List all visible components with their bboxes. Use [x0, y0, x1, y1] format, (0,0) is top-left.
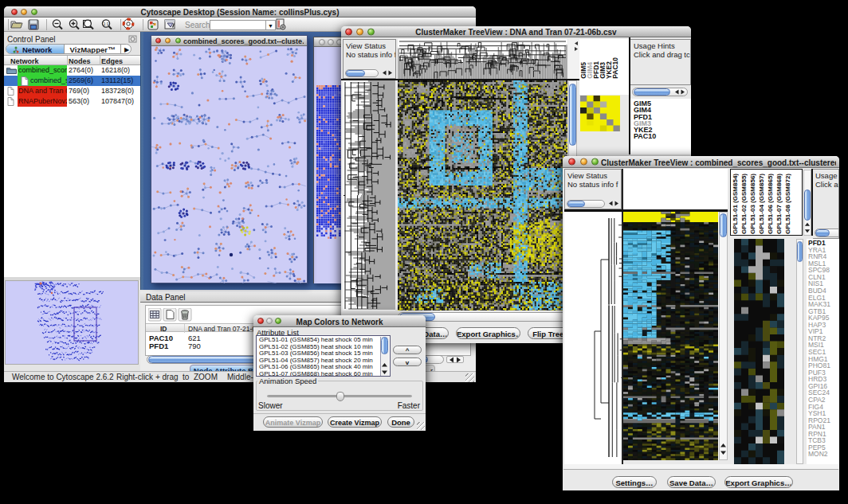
- svg-text:1:1: 1:1: [104, 21, 109, 26]
